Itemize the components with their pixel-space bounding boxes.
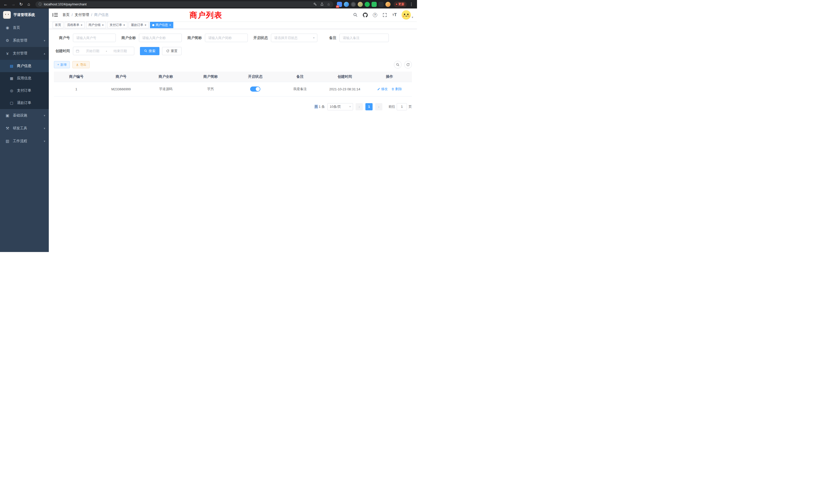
chevron-down-icon: ▾ [44, 140, 45, 143]
sidebar-item-payment[interactable]: ¥ 支付管理 ▴ [0, 47, 49, 60]
search-icon[interactable] [353, 12, 358, 18]
tab-label: 支付订单 [110, 23, 122, 27]
site-info-icon[interactable]: ⓘ [39, 2, 42, 7]
goto-page-input[interactable] [397, 103, 407, 110]
add-button[interactable]: + 新增 [54, 61, 70, 68]
font-size-icon[interactable]: TT [392, 12, 397, 18]
breadcrumb-separator: / [72, 13, 73, 17]
refresh-table-button[interactable] [404, 61, 412, 69]
tab-refund-order[interactable]: 退款订单 × [129, 22, 149, 28]
extension-icon-blue[interactable] [344, 2, 349, 7]
sidebar-item-refund-order[interactable]: ▢ 退款订单 [0, 97, 49, 109]
sidebar: 芋道管理系统 ◉ 首页 ⚙ 系统管理 ▾ ¥ 支付管理 ▴ [0, 8, 49, 252]
tab-process-form[interactable]: 流程表单 × [65, 22, 85, 28]
close-icon[interactable]: × [81, 24, 83, 27]
sidebar-logo[interactable]: 芋道管理系统 [0, 8, 49, 21]
full-name-input[interactable] [139, 33, 182, 42]
sidebar-fold-icon[interactable] [53, 13, 58, 17]
tab-merchant-info[interactable]: 商户信息 × [150, 22, 173, 28]
breadcrumb-home[interactable]: 首页 [62, 13, 70, 17]
toggle-search-button[interactable] [394, 61, 401, 69]
breadcrumb-payment[interactable]: 支付管理 [75, 13, 89, 17]
chevron-down-icon: ▾ [44, 39, 45, 42]
address-bar[interactable]: ⓘ localhost:1024/pay/merchant ☆ [36, 1, 333, 7]
prev-page-button[interactable]: ‹ [356, 103, 363, 110]
cell-actions: 修改 删除 [367, 82, 412, 96]
search-button[interactable]: 搜索 [140, 47, 159, 55]
sidebar-item-home[interactable]: ◉ 首页 [0, 21, 49, 34]
close-icon[interactable]: × [169, 24, 171, 27]
bookmark-star-icon[interactable]: ☆ [327, 2, 330, 6]
delete-link[interactable]: 删除 [391, 87, 402, 91]
forward-icon[interactable]: → [10, 1, 17, 7]
page-number-1[interactable]: 1 [366, 103, 373, 110]
extension-icon-gray[interactable] [351, 2, 356, 7]
select-placeholder: 请选择开启状态 [274, 36, 298, 40]
reload-icon[interactable]: ↻ [18, 1, 24, 7]
github-icon[interactable] [363, 12, 368, 18]
form-item-full-name: 商户全称 [122, 33, 182, 42]
add-button-label: 新增 [60, 63, 66, 67]
sidebar-item-dev-tools[interactable]: ⚒ 研发工具 ▾ [0, 122, 49, 135]
tags-view: 首页 流程表单 × 用户分组 × 支付订单 × 退款订单 × [49, 21, 417, 29]
extension-icon-green-circle[interactable] [365, 2, 370, 7]
remark-input[interactable] [339, 33, 389, 42]
sidebar-item-infrastructure[interactable]: ▣ 基础设施 ▾ [0, 109, 49, 122]
chevron-down-icon: ▾ [313, 36, 314, 40]
close-icon[interactable]: × [102, 24, 104, 27]
tab-pay-order[interactable]: 支付订单 × [107, 22, 127, 28]
goto-label: 前往 [389, 105, 395, 109]
red-annotation-text: 商户列表 [190, 10, 222, 21]
tab-user-group[interactable]: 用户分组 × [86, 22, 106, 28]
sidebar-item-pay-order[interactable]: ◎ 支付订单 [0, 85, 49, 97]
main-area: 首页 / 支付管理 / 商户信息 商户列表 ? [49, 8, 417, 252]
extension-icon-puzzle[interactable]: 10 [337, 2, 342, 7]
sidebar-item-label: 首页 [13, 25, 20, 30]
sidebar-item-workflow[interactable]: ▥ 工作流程 ▾ [0, 135, 49, 147]
next-page-button[interactable]: › [375, 103, 382, 110]
sidebar-submenu-payment: ▤ 商户信息 ▦ 应用信息 ◎ 支付订单 ▢ 退 [0, 60, 49, 109]
extension-icon-dark[interactable] [378, 2, 383, 7]
export-button[interactable]: 导出 [72, 61, 90, 68]
share-icon[interactable] [320, 2, 324, 6]
close-icon[interactable]: × [145, 24, 146, 27]
tab-home[interactable]: 首页 [53, 22, 63, 28]
date-range-picker[interactable]: 开始日期 - 结束日期 [73, 47, 134, 55]
extension-icon-avatar1[interactable] [358, 2, 363, 7]
browser-menu-icon[interactable]: ⋮ [408, 1, 414, 7]
total-rest: 1 条 [319, 105, 325, 109]
fullscreen-icon[interactable] [382, 12, 387, 18]
password-key-icon[interactable] [313, 2, 317, 6]
short-name-input[interactable] [205, 33, 248, 42]
help-icon[interactable]: ? [372, 12, 377, 18]
status-select[interactable]: 请选择开启状态 ▾ [271, 33, 317, 42]
sidebar-item-app-info[interactable]: ▦ 应用信息 [0, 72, 49, 85]
form-item-merchant-no: 商户号 [54, 33, 116, 42]
cell-short-name: 芋艿 [188, 82, 233, 96]
date-separator: - [106, 49, 107, 53]
logo-avatar [3, 11, 11, 19]
back-icon[interactable]: ← [3, 1, 9, 7]
status-toggle[interactable] [250, 87, 260, 92]
merchant-no-input[interactable] [73, 33, 116, 42]
page-size-select[interactable]: 10条/页 ▾ [327, 103, 353, 110]
form-item-short-name: 商户简称 [188, 33, 248, 42]
edit-link[interactable]: 修改 [377, 87, 388, 91]
home-icon[interactable]: ⌂ [26, 1, 32, 7]
field-label: 商户简称 [188, 36, 202, 40]
extension-icon-green-note[interactable] [372, 2, 377, 7]
close-icon[interactable]: × [123, 24, 125, 27]
sidebar-item-label: 支付订单 [17, 88, 31, 93]
sidebar-item-system[interactable]: ⚙ 系统管理 ▾ [0, 34, 49, 47]
toolbar-right [394, 61, 412, 69]
navbar-actions: ? TT ▾ [353, 10, 413, 20]
sidebar-item-merchant-info[interactable]: ▤ 商户信息 [0, 60, 49, 72]
field-label: 商户全称 [122, 36, 136, 40]
update-button[interactable]: 更新 [394, 2, 407, 7]
tool-icon: ⚒ [5, 126, 10, 131]
plus-icon: + [57, 63, 59, 66]
reset-button[interactable]: 重置 [162, 47, 181, 55]
page-unit-label: 页 [409, 105, 412, 109]
user-menu[interactable]: ▾ [401, 10, 413, 20]
extension-icon-avatar2[interactable] [386, 2, 391, 7]
